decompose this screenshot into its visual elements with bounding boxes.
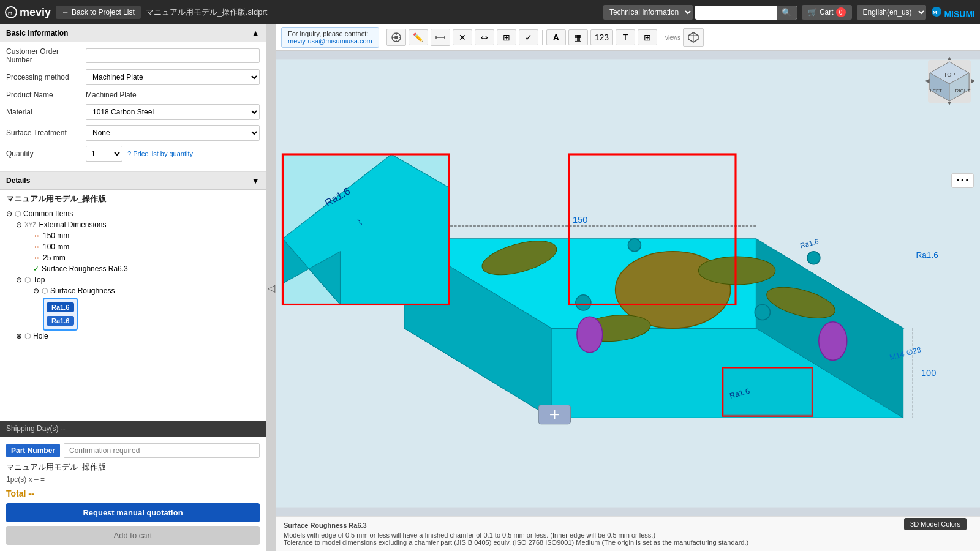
customer-order-input-wrapper xyxy=(86,48,260,63)
tool-123-button[interactable]: 123 xyxy=(590,29,613,45)
axis-icon: ↔ xyxy=(33,231,40,240)
svg-text:RIGHT: RIGHT xyxy=(956,88,971,94)
inquiry-email[interactable]: meviy-usa@misumiusa.com xyxy=(288,37,372,45)
details-collapse-button[interactable]: ▼ xyxy=(251,176,260,186)
tool-3d-view-button[interactable] xyxy=(683,28,704,47)
tree-item-top[interactable]: ⊖ ⬡ Top xyxy=(16,274,260,285)
total-row: Total -- xyxy=(6,489,260,498)
product-name-row: Product Name Machined Plate xyxy=(6,90,260,99)
tree-child-external: ⊖ XYZ External Dimensions ↔ 150 mm ↔ 100… xyxy=(6,219,260,274)
hole-label: Hole xyxy=(33,332,48,340)
info-title: Surface Roughness Ra6.3 xyxy=(284,522,973,529)
main-layout: Basic information ▲ Customer Order Numbe… xyxy=(0,24,980,551)
top-navigation: m meviy ← Back to Project List マニュアル用モデル… xyxy=(0,0,980,24)
processing-method-input-wrapper: Machined Plate xyxy=(86,69,260,85)
model-name: マニュアル用モデル_操作版 xyxy=(6,462,260,473)
panel-collapse-button[interactable]: ◁ xyxy=(266,24,276,551)
svg-text:◀: ◀ xyxy=(925,77,930,84)
surface-treatment-select[interactable]: None xyxy=(86,125,260,141)
xyz-icon: XYZ xyxy=(24,222,36,228)
tree-item-surface-roughness[interactable]: ⊖ ⬡ Surface Roughness xyxy=(33,285,260,296)
material-label: Material xyxy=(6,108,86,116)
basic-info-header: Basic information ▲ xyxy=(0,24,266,42)
tree-grandchild-dims: ↔ 150 mm ↔ 100 mm ↔ 25 mm ✓ xyxy=(16,230,260,274)
customer-order-input[interactable] xyxy=(86,48,260,63)
dim-label: 150 mm xyxy=(43,231,69,240)
expand-icon: ⊖ xyxy=(33,287,39,295)
language-select[interactable]: English(en_us) xyxy=(857,5,926,20)
svg-text:150: 150 xyxy=(573,215,587,225)
tool-close-button[interactable]: ✕ xyxy=(453,29,472,45)
expand-icon: ⊖ xyxy=(16,220,22,229)
tool-measure-button[interactable] xyxy=(431,29,450,46)
quantity-input-wrapper: 123 ? Price list by quantity xyxy=(86,146,260,162)
material-select[interactable]: 1018 Carbon Steel xyxy=(86,104,260,120)
node-icon: ⬡ xyxy=(15,209,21,218)
svg-point-28 xyxy=(628,239,641,252)
back-to-project-button[interactable]: ← Back to Project List xyxy=(56,6,141,19)
svg-text:▶: ▶ xyxy=(971,77,974,84)
tool-text2-button[interactable]: T xyxy=(616,29,635,45)
tool-dimension-button[interactable]: ▦ xyxy=(568,29,588,45)
search-button[interactable]: 🔍 xyxy=(777,6,797,20)
order-panel: Part Number マニュアル用モデル_操作版 1pc(s) x – = T… xyxy=(0,437,266,551)
tool-grid-button[interactable]: ⊞ xyxy=(497,29,516,45)
nav-cube[interactable]: TOP LEFT RIGHT ▲ ▶ ▼ ◀ xyxy=(925,57,974,106)
axis-icon: ↔ xyxy=(33,253,40,262)
tree-item-roughness-63[interactable]: ✓ Surface Roughness Ra6.3 xyxy=(33,263,260,274)
processing-method-row: Processing method Machined Plate xyxy=(6,69,260,85)
tool-text-button[interactable]: A xyxy=(546,29,566,45)
quantity-select[interactable]: 123 xyxy=(86,146,123,162)
tool-draw-button[interactable]: ✏️ xyxy=(409,29,428,45)
qty-price-row: 1pc(s) x – = xyxy=(6,475,260,484)
tool-snap-button[interactable] xyxy=(386,29,406,46)
meviy-logo: m meviy xyxy=(5,6,51,19)
check-icon: ✓ xyxy=(33,264,39,273)
surface-treatment-label: Surface Treatment xyxy=(6,129,86,137)
part-number-input[interactable] xyxy=(64,443,260,458)
file-name: マニュアル用モデル_操作版.sldprt xyxy=(146,7,268,18)
ra-badge-1[interactable]: Ra1.6 xyxy=(47,302,74,312)
tolerance-select[interactable]: Tolerance/ Chamfer xyxy=(695,6,777,19)
cart-button[interactable]: 🛒 Cart 0 xyxy=(802,5,852,20)
tree-label: Top xyxy=(33,276,45,284)
svg-text:TOP: TOP xyxy=(944,72,955,78)
inquiry-box: For inquiry, please contact: meviy-usa@m… xyxy=(281,27,379,48)
tree-item-common[interactable]: ⊖ ⬡ Common Items xyxy=(6,208,260,219)
node-icon: ⬡ xyxy=(24,276,31,284)
node-icon: ⬡ xyxy=(42,287,48,295)
tree-item-hole[interactable]: ⊕ ⬡ Hole xyxy=(16,331,260,342)
tool-grid2-button[interactable]: ⊞ xyxy=(638,29,657,45)
more-options-button[interactable]: • • • xyxy=(951,173,974,188)
tool-separator2 xyxy=(661,30,662,45)
quantity-label: Quantity xyxy=(6,149,86,158)
tree-item-x150[interactable]: ↔ 150 mm xyxy=(33,230,260,241)
svg-text:M: M xyxy=(933,10,937,15)
basic-info-collapse-button[interactable]: ▲ xyxy=(251,28,260,38)
price-list-link[interactable]: ? Price list by quantity xyxy=(127,150,193,157)
material-input-wrapper: 1018 Carbon Steel xyxy=(86,104,260,120)
processing-method-select[interactable]: Machined Plate xyxy=(86,69,260,85)
tree-node-common: ⊖ ⬡ Common Items ⊖ XYZ External Dimensio… xyxy=(6,208,260,342)
ra-badges-container: Ra1.6 Ra1.6 xyxy=(33,296,260,331)
axis-icon: ↔ xyxy=(33,242,40,251)
ra-badge-2[interactable]: Ra1.6 xyxy=(47,316,74,326)
colors-button[interactable]: 3D Model Colors xyxy=(904,518,967,530)
svg-point-5 xyxy=(394,36,398,39)
tree-item-z25[interactable]: ↔ 25 mm xyxy=(33,252,260,263)
tree-item-external-dims[interactable]: ⊖ XYZ External Dimensions xyxy=(16,219,260,230)
tree-child-hole: ⊕ ⬡ Hole xyxy=(6,331,260,342)
tree-item-y100[interactable]: ↔ 100 mm xyxy=(33,241,260,252)
add-to-cart-button[interactable]: Add to cart xyxy=(6,526,260,545)
svg-text:m: m xyxy=(8,10,12,16)
request-quotation-button[interactable]: Request manual quotation xyxy=(6,503,260,522)
tree-label: External Dimensions xyxy=(39,220,106,229)
tool-expand-button[interactable]: ⇔ xyxy=(475,29,494,45)
tool-check-button[interactable]: ✓ xyxy=(519,29,538,45)
help-icon: ? xyxy=(127,150,131,157)
view-area[interactable]: 150 100 Ra1.6 M14 ∅28 Ra1.6 Ra1.6 xyxy=(276,51,980,516)
info-line2: Tolerance to model dimensions excluding … xyxy=(284,539,973,546)
surface-treatment-input-wrapper: None xyxy=(86,125,260,141)
tech-info-select[interactable]: Technical Information xyxy=(603,5,693,20)
svg-text:100: 100 xyxy=(921,368,936,378)
